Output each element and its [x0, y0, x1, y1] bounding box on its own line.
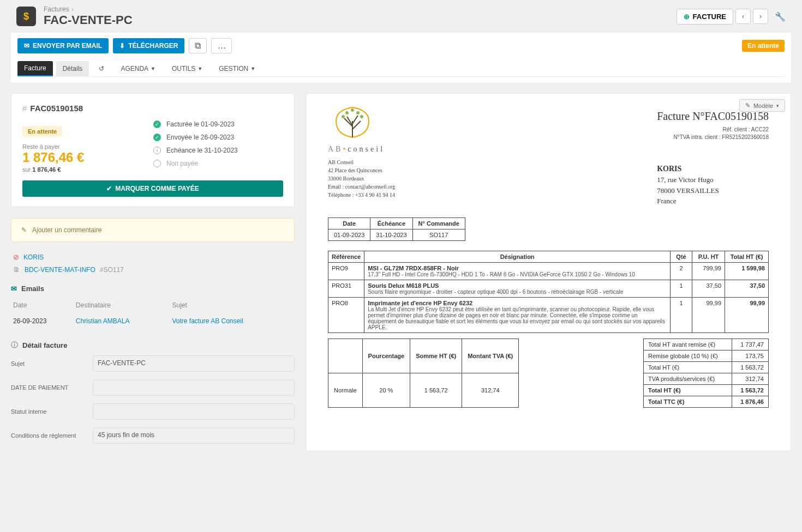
invoice-preview: ✎ Modèle ▾ AB•conseil AB Conseil 42 Plac…	[306, 93, 791, 451]
related-links: ⊘ KORIS 🗎 BDC-VENTE-MAT-INFO #SO117	[11, 253, 295, 274]
line-row: PRO31Souris Delux M618 PLUSSouris filair…	[328, 280, 769, 297]
tab-agenda[interactable]: AGENDA▼	[114, 61, 162, 76]
order-link[interactable]: BDC-VENTE-MAT-INFO	[25, 266, 95, 274]
history-icon: ↺	[99, 65, 104, 72]
client-link[interactable]: KORIS	[23, 253, 44, 261]
pencil-icon: ✎	[21, 226, 27, 234]
subject-link[interactable]: Votre facture AB Conseil	[172, 317, 243, 325]
preview-title: Facture N°FAC05190158	[657, 110, 769, 123]
download-button[interactable]: ⬇ TÉLÉCHARGER	[113, 38, 184, 53]
line-row: PRO8Imprimante jet d'encre HP Envy 6232L…	[328, 297, 769, 332]
action-card: ✉ ENVOYER PAR EMAIL ⬇ TÉLÉCHARGER ⧉ … En…	[11, 33, 791, 82]
status-pill: En attente	[22, 126, 62, 137]
recipient-link[interactable]: Christian AMBALA	[76, 317, 130, 325]
mail-icon: ✉	[11, 285, 17, 293]
check-icon: ✔	[106, 185, 112, 192]
total-line: sur 1 876,46 €	[22, 166, 131, 173]
summary-panel: #FAC05190158 En attente Reste à payer 1 …	[11, 93, 295, 207]
remaining-amount: 1 876,46 €	[22, 150, 131, 165]
more-button[interactable]: …	[211, 38, 232, 53]
tab-tools[interactable]: OUTILS▼	[165, 61, 209, 76]
mail-icon: ✉	[24, 42, 29, 50]
tax-table: PourcentageSomme HT (€)Montant TVA (€) N…	[328, 338, 519, 408]
payment-date-input[interactable]	[93, 379, 295, 396]
meta-table: DateÉchéanceN° Commande 01-09-202331-10-…	[328, 217, 465, 241]
internal-status-input[interactable]	[93, 403, 295, 420]
tab-history[interactable]: ↺	[92, 61, 111, 76]
empty-icon	[153, 160, 161, 167]
copy-button[interactable]: ⧉	[189, 38, 207, 53]
document-icon: 🗎	[13, 265, 20, 274]
info-icon: i	[153, 147, 161, 154]
tab-gestion[interactable]: GESTION▼	[212, 61, 262, 76]
svg-point-4	[351, 108, 354, 112]
new-invoice-button[interactable]: ⊕ FACTURE	[677, 9, 733, 25]
lines-table: Référence Désignation Qté P.U. HT Total …	[328, 251, 769, 333]
page-header: $ Factures› FAC-VENTE-PC ⊕ FACTURE ‹ › 🔧	[0, 0, 802, 33]
status-badge: En attente	[742, 40, 785, 52]
check-icon: ✓	[153, 134, 161, 141]
send-email-button[interactable]: ✉ ENVOYER PAR EMAIL	[17, 38, 109, 53]
email-row[interactable]: 26-09-2023 Christian AMBALA Votre factur…	[11, 313, 295, 330]
svg-point-0	[342, 115, 345, 118]
pencil-icon: ✎	[745, 102, 750, 109]
page-title: FAC-VENTE-PC	[44, 13, 133, 27]
svg-point-1	[345, 111, 349, 114]
line-row: PRO9MSI - GL72M 7RDX-858FR - Noir17,3" F…	[328, 262, 769, 280]
plus-icon: ⊕	[684, 13, 690, 21]
remaining-label: Reste à payer	[22, 143, 131, 150]
breadcrumb[interactable]: Factures›	[44, 5, 133, 13]
check-icon: ✓	[153, 120, 161, 128]
wrench-icon[interactable]: 🔧	[775, 11, 786, 22]
info-icon: ⓘ	[11, 340, 18, 350]
prev-button[interactable]: ‹	[735, 9, 751, 24]
svg-point-2	[356, 111, 360, 114]
client-block: KORIS 17, rue Victor Hugo 78000 VERSAILL…	[657, 163, 769, 207]
module-icon: $	[16, 7, 36, 26]
mark-paid-button[interactable]: ✔ MARQUER COMME PAYÉE	[22, 180, 283, 197]
tab-facture[interactable]: Facture	[17, 61, 53, 76]
warning-icon: ⊘	[13, 253, 19, 261]
download-icon: ⬇	[119, 42, 125, 50]
add-comment-button[interactable]: ✎ Ajouter un commentaire	[11, 218, 295, 242]
svg-point-3	[360, 115, 363, 118]
next-button[interactable]: ›	[753, 9, 768, 24]
totals-table: Total HT avant remise (€)1 737,47Remise …	[643, 338, 769, 408]
model-button[interactable]: ✎ Modèle ▾	[739, 99, 785, 112]
terms-input[interactable]: 45 jours fin de mois	[93, 427, 295, 444]
invoice-number: #FAC05190158	[22, 104, 283, 113]
subject-input[interactable]: FAC-VENTE-PC	[93, 355, 295, 372]
timeline: ✓Facturée le 01-09-2023 ✓Envoyée le 26-0…	[153, 120, 283, 173]
detail-section: ⓘDétail facture Sujet FAC-VENTE-PC DATE …	[11, 340, 295, 451]
tab-details[interactable]: Détails	[56, 61, 89, 76]
vendor-logo: AB•conseil AB Conseil 42 Place des Quinc…	[328, 105, 395, 199]
emails-section: ✉Emails Date Destinataire Sujet 26-09-20…	[11, 285, 295, 329]
